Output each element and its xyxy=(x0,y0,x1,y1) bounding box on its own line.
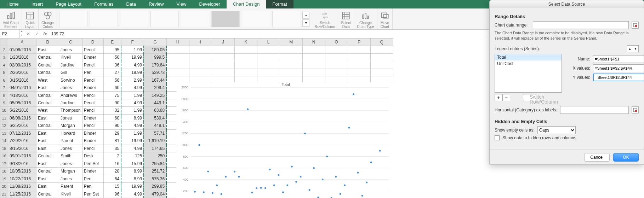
cell[interactable]: Binder xyxy=(82,53,103,61)
cell[interactable]: Jardine xyxy=(59,99,82,106)
cell[interactable]: Pencil xyxy=(82,46,103,53)
row-header[interactable]: 6 xyxy=(0,76,8,84)
cell[interactable]: Jones xyxy=(59,145,82,152)
cell[interactable]: Central xyxy=(36,190,59,198)
cell[interactable]: 1.99 xyxy=(121,107,144,114)
row-header[interactable]: 14 xyxy=(0,137,8,145)
cell[interactable]: 251.72 xyxy=(144,167,166,175)
cell[interactable]: 28 xyxy=(103,167,121,175)
ok-button[interactable]: OK xyxy=(613,153,639,162)
cell[interactable]: 3/15/2016 xyxy=(8,76,36,84)
cell[interactable]: Sorvino xyxy=(59,76,82,84)
series-reorder[interactable]: ▲▼ xyxy=(627,45,639,52)
cell[interactable]: 75 xyxy=(103,92,121,99)
cell[interactable]: 575.36 xyxy=(144,175,166,182)
cell[interactable]: 02/09/2016 xyxy=(8,61,36,69)
x-values-input[interactable] xyxy=(593,64,644,72)
cell[interactable]: 32 xyxy=(103,107,121,114)
cell[interactable] xyxy=(302,46,325,53)
cell[interactable]: Morgan xyxy=(59,122,82,129)
cell[interactable]: East xyxy=(36,175,59,182)
row-header[interactable]: 20 xyxy=(0,182,8,190)
cell[interactable]: Central xyxy=(36,99,59,106)
cell[interactable]: Pen Set xyxy=(82,160,103,167)
style-thumb[interactable] xyxy=(150,11,179,27)
gallery-down-icon[interactable]: ▼ xyxy=(302,19,309,27)
cell[interactable]: Pen xyxy=(82,175,103,182)
cell[interactable]: 07/12/2016 xyxy=(8,129,36,137)
cell[interactable]: 15.99 xyxy=(121,160,144,167)
add-chart-element-button[interactable]: Add Chart Element xyxy=(0,8,22,29)
row-header[interactable]: 3 xyxy=(0,53,8,61)
cell[interactable]: 999.5 xyxy=(144,53,166,61)
cell[interactable]: 4.99 xyxy=(121,84,144,91)
column-header[interactable]: N xyxy=(302,39,325,46)
cell[interactable]: 6/25/2016 xyxy=(8,122,36,129)
confirm-formula-icon[interactable]: ✓ xyxy=(33,31,41,36)
cell[interactable]: Pen xyxy=(82,182,103,190)
tab-formulas[interactable]: Formulas xyxy=(88,0,120,8)
cell[interactable] xyxy=(166,69,189,76)
cell[interactable] xyxy=(257,61,280,69)
cell[interactable]: Central xyxy=(36,152,59,160)
cell[interactable]: 60 xyxy=(103,84,121,91)
cell[interactable]: 57.71 xyxy=(144,129,166,137)
cell[interactable]: 64 xyxy=(103,175,121,182)
cell[interactable]: Jones xyxy=(59,160,82,167)
cell[interactable] xyxy=(280,61,302,69)
cell[interactable]: 299.85 xyxy=(144,182,166,190)
cell[interactable]: 19.99 xyxy=(121,53,144,61)
cell[interactable]: 16 xyxy=(103,160,121,167)
style-thumb[interactable] xyxy=(90,11,118,27)
cell[interactable]: 189.05 xyxy=(144,46,166,53)
cell[interactable]: Jones xyxy=(59,114,82,122)
cell[interactable]: Jones xyxy=(59,46,82,53)
cell[interactable] xyxy=(257,69,280,76)
cell[interactable]: Jones xyxy=(59,175,82,182)
cell[interactable]: Central xyxy=(36,53,59,61)
tab-format[interactable]: Format xyxy=(266,0,293,8)
cell[interactable]: 2.99 xyxy=(121,76,144,84)
column-header[interactable]: E xyxy=(103,39,121,46)
cell[interactable]: 4.99 xyxy=(121,190,144,198)
style-thumb[interactable] xyxy=(181,11,209,27)
cell[interactable]: Pencil xyxy=(82,107,103,114)
cell[interactable]: 96 xyxy=(103,190,121,198)
cell[interactable] xyxy=(302,69,325,76)
style-thumb[interactable] xyxy=(59,11,87,27)
range-picker-icon[interactable] xyxy=(632,106,639,113)
cell[interactable]: East xyxy=(36,114,59,122)
cell[interactable] xyxy=(212,46,234,53)
cell[interactable]: 4/18/2016 xyxy=(8,92,36,99)
cell[interactable]: Parent xyxy=(59,182,82,190)
column-header[interactable]: J xyxy=(212,39,234,46)
cell[interactable]: 4.99 xyxy=(121,99,144,106)
cell[interactable]: Pencil xyxy=(82,145,103,152)
cell[interactable]: East xyxy=(36,84,59,91)
move-down-icon[interactable]: ▼ xyxy=(633,46,638,52)
cell[interactable]: 95 xyxy=(103,46,121,53)
cell[interactable] xyxy=(348,61,370,69)
cell[interactable]: Jones xyxy=(59,84,82,91)
cell[interactable]: 50 xyxy=(103,53,121,61)
cell[interactable]: 449.1 xyxy=(144,99,166,106)
cell[interactable]: Central xyxy=(36,92,59,99)
series-name-input[interactable] xyxy=(593,55,644,63)
row-header[interactable]: 7 xyxy=(0,84,8,91)
move-chart-button[interactable]: Move Chart xyxy=(377,8,393,29)
column-header[interactable]: P xyxy=(348,39,370,46)
cancel-button[interactable]: Cancel xyxy=(584,153,610,162)
cell[interactable]: Binder xyxy=(82,167,103,175)
cell[interactable] xyxy=(257,53,280,61)
cell[interactable] xyxy=(325,46,348,53)
cell[interactable]: East xyxy=(36,160,59,167)
cell[interactable] xyxy=(302,61,325,69)
series-listbox[interactable]: TotalUnitCost xyxy=(495,54,562,93)
row-header[interactable]: 5 xyxy=(0,69,8,76)
change-colors-button[interactable]: Change Colors xyxy=(39,8,57,29)
tab-home[interactable]: Home xyxy=(0,0,25,8)
column-header[interactable]: M xyxy=(280,39,302,46)
row-header[interactable]: 21 xyxy=(0,190,8,198)
cell[interactable] xyxy=(189,69,212,76)
cell[interactable] xyxy=(212,69,234,76)
